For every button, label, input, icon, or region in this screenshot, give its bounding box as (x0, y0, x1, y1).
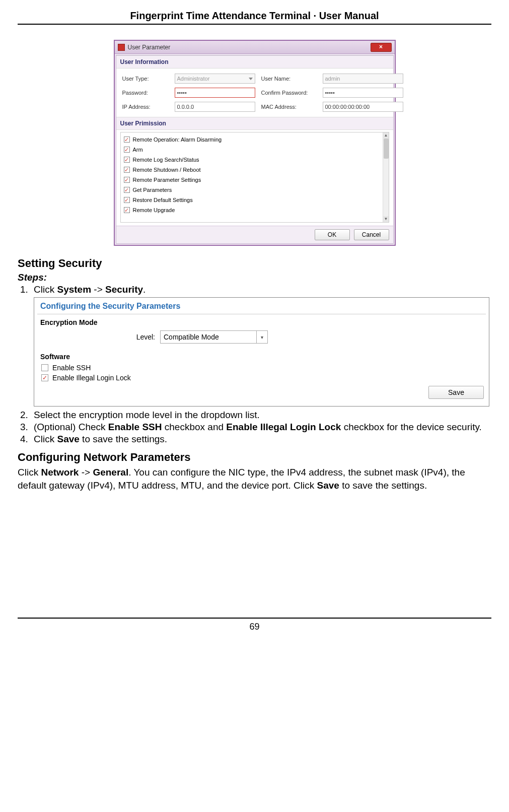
user-name-field[interactable]: admin (323, 74, 403, 84)
section-user-permission: User Primission (116, 117, 393, 130)
step-1: Click System -> Security. Configuring th… (31, 284, 491, 407)
user-parameter-dialog: User Parameter × User Information User T… (114, 40, 396, 246)
permission-list: ✓Remote Operation: Alarm Disarming ✓Arm … (120, 132, 389, 223)
permission-item[interactable]: ✓Remote Log Search/Status (124, 155, 386, 165)
scroll-thumb[interactable] (384, 139, 389, 159)
security-parameters-panel: Configuring the Security Parameters Encr… (34, 297, 489, 407)
steps-label: Steps: (18, 272, 491, 283)
permission-item[interactable]: ✓Restore Default Settings (124, 195, 386, 205)
scroll-down-icon[interactable]: ▼ (383, 216, 389, 222)
step-4: Click Save to save the settings. (31, 434, 491, 445)
step-2: Select the encryption mode level in the … (31, 410, 491, 421)
label-ip-address: IP Address: (122, 104, 169, 110)
checkbox-enable-ssh[interactable] (41, 364, 48, 371)
permission-label: Remote Operation: Alarm Disarming (133, 137, 222, 143)
label-mac-address: MAC Address: (261, 104, 317, 110)
permission-label: Restore Default Settings (133, 197, 193, 203)
app-icon (118, 44, 125, 51)
section-software: Software (34, 349, 489, 363)
checkbox-icon[interactable]: ✓ (124, 157, 130, 163)
section-encryption-mode: Encryption Mode (34, 314, 489, 328)
permission-label: Get Parameters (133, 187, 172, 193)
permission-item[interactable]: ✓Remote Operation: Alarm Disarming (124, 134, 386, 145)
user-parameter-figure: User Parameter × User Information User T… (18, 40, 491, 246)
bold-text: General (93, 467, 128, 478)
bold-text: Enable SSH (108, 422, 162, 432)
checkbox-icon[interactable]: ✓ (124, 187, 130, 193)
page-number: 69 (18, 618, 491, 632)
network-paragraph: Click Network -> General. You can config… (18, 466, 491, 492)
close-button[interactable]: × (371, 43, 392, 52)
panel-title: Configuring the Security Parameters (34, 298, 489, 314)
bold-text: Save (57, 434, 79, 444)
ok-button[interactable]: OK (315, 229, 350, 240)
permission-item[interactable]: ✓Arm (124, 145, 386, 155)
checkbox-row-ssh[interactable]: Enable SSH (34, 363, 489, 373)
bold-text: Save (317, 480, 339, 491)
checkbox-icon[interactable]: ✓ (124, 137, 130, 143)
level-select[interactable]: Compatible Mode ▾ (160, 330, 268, 344)
section-user-information: User Information (116, 55, 393, 69)
text: checkbox and (162, 422, 227, 432)
permission-item[interactable]: ✓Get Parameters (124, 185, 386, 195)
steps-list: Click System -> Security. Configuring th… (18, 284, 491, 445)
password-field[interactable]: ••••• (175, 88, 255, 98)
text: Click (18, 467, 41, 478)
level-value: Compatible Mode (161, 333, 256, 341)
label-password: Password: (122, 90, 169, 96)
ip-address-field[interactable]: 0.0.0.0 (175, 102, 255, 112)
bold-text: System (57, 284, 91, 295)
label-user-name: User Name: (261, 76, 317, 82)
text: . (143, 284, 146, 295)
permission-item[interactable]: ✓Remote Parameter Settings (124, 175, 386, 185)
checkbox-icon[interactable]: ✓ (124, 177, 130, 183)
permission-label: Remote Parameter Settings (133, 177, 201, 183)
permission-label: Arm (133, 147, 143, 153)
text: Click (34, 284, 57, 295)
checkbox-row-illegal-login[interactable]: ✓ Enable Illegal Login Lock (34, 373, 489, 383)
dialog-title: User Parameter (128, 44, 171, 51)
step-3: (Optional) Check Enable SSH checkbox and… (31, 422, 491, 433)
text: to save the settings. (339, 480, 427, 491)
text: -> (79, 467, 93, 478)
user-type-select[interactable]: Administrator (175, 74, 255, 84)
bold-text: Enable Illegal Login Lock (226, 422, 341, 432)
checkbox-icon[interactable]: ✓ (124, 147, 130, 153)
checkbox-label: Enable Illegal Login Lock (52, 374, 131, 382)
bold-text: Security (105, 284, 143, 295)
text: -> (91, 284, 105, 295)
permission-item[interactable]: ✓Remote Shutdown / Reboot (124, 165, 386, 175)
checkbox-icon[interactable]: ✓ (124, 167, 130, 173)
text: (Optional) Check (34, 422, 108, 432)
cancel-button[interactable]: Cancel (354, 229, 389, 240)
label-level: Level: (40, 333, 157, 341)
label-confirm-password: Confirm Password: (261, 90, 317, 96)
mac-address-field[interactable]: 00:00:00:00:00:00 (323, 102, 403, 112)
text: to save the settings. (80, 434, 167, 444)
document-header: Fingerprint Time Attendance Terminal · U… (18, 10, 491, 25)
confirm-password-field[interactable]: ••••• (323, 88, 403, 98)
label-user-type: User Type: (122, 76, 169, 82)
permission-item[interactable]: ✓Remote Upgrade (124, 205, 386, 215)
scroll-up-icon[interactable]: ▲ (383, 132, 389, 139)
permission-label: Remote Upgrade (133, 207, 175, 213)
scrollbar[interactable]: ▲ ▼ (383, 132, 389, 222)
dialog-titlebar: User Parameter × (115, 41, 395, 54)
checkbox-enable-illegal-login-lock[interactable]: ✓ (41, 374, 48, 381)
save-button[interactable]: Save (428, 386, 484, 399)
chevron-down-icon: ▾ (256, 331, 267, 343)
checkbox-icon[interactable]: ✓ (124, 207, 130, 213)
permission-label: Remote Log Search/Status (133, 157, 199, 163)
text: checkbox for the device security. (341, 422, 482, 432)
checkbox-icon[interactable]: ✓ (124, 197, 130, 203)
permission-label: Remote Shutdown / Reboot (133, 167, 201, 173)
bold-text: Network (41, 467, 79, 478)
heading-configuring-network-parameters: Configuring Network Parameters (18, 451, 491, 464)
checkbox-label: Enable SSH (52, 364, 91, 372)
heading-setting-security: Setting Security (18, 257, 491, 270)
text: Click (34, 434, 57, 444)
